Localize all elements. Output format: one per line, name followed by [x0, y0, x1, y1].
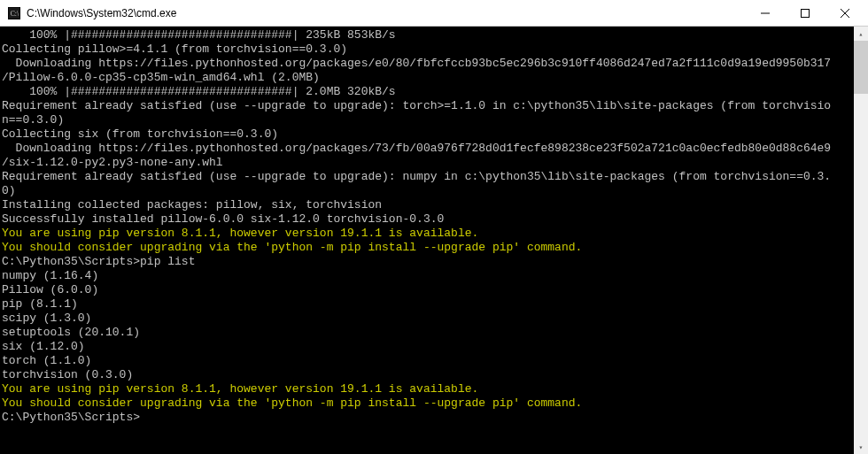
- terminal-line: 100% |################################| …: [2, 85, 854, 99]
- vertical-scrollbar[interactable]: ▴ ▾: [854, 27, 868, 454]
- terminal-line: C:\Python35\Scripts>pip list: [2, 255, 854, 269]
- terminal-line: Collecting pillow>=4.1.1 (from torchvisi…: [2, 42, 854, 57]
- maximize-button[interactable]: [785, 0, 825, 26]
- terminal-line: Requirement already satisfied (use --upg…: [2, 170, 854, 184]
- title-bar: C:\ C:\Windows\System32\cmd.exe: [0, 0, 868, 27]
- window-title: C:\Windows\System32\cmd.exe: [27, 7, 745, 19]
- terminal-line: You are using pip version 8.1.1, however…: [2, 382, 854, 396]
- cmd-icon: C:\: [7, 6, 21, 20]
- scroll-thumb[interactable]: [854, 41, 868, 94]
- svg-rect-4: [801, 9, 809, 17]
- window-controls: [745, 0, 864, 26]
- terminal-line: scipy (1.3.0): [2, 312, 854, 326]
- terminal-line: 100% |################################| …: [2, 28, 854, 42]
- terminal-line: Downloading https://files.pythonhosted.o…: [2, 142, 854, 156]
- svg-text:C:\: C:\: [11, 9, 19, 17]
- terminal-line: Installing collected packages: pillow, s…: [2, 198, 854, 212]
- terminal-line: pip (8.1.1): [2, 297, 854, 312]
- terminal-line: torchvision (0.3.0): [2, 368, 854, 382]
- terminal-line: Pillow (6.0.0): [2, 283, 854, 297]
- minimize-button[interactable]: [745, 0, 785, 26]
- close-button[interactable]: [825, 0, 864, 26]
- terminal-line: Downloading https://files.pythonhosted.o…: [2, 57, 854, 71]
- terminal-line: six (1.12.0): [2, 340, 854, 354]
- terminal-line: torch (1.1.0): [2, 354, 854, 368]
- terminal-line: Collecting six (from torchvision==0.3.0): [2, 127, 854, 142]
- terminal-line: setuptools (20.10.1): [2, 326, 854, 340]
- terminal-line: C:\Python35\Scripts>: [2, 411, 854, 425]
- terminal-line: You are using pip version 8.1.1, however…: [2, 227, 854, 241]
- terminal-line: You should consider upgrading via the 'p…: [2, 241, 854, 255]
- terminal-line: 0): [2, 184, 854, 198]
- terminal-line: Requirement already satisfied (use --upg…: [2, 99, 854, 113]
- terminal-line: /Pillow-6.0.0-cp35-cp35m-win_amd64.whl (…: [2, 71, 854, 85]
- terminal-line: numpy (1.16.4): [2, 269, 854, 283]
- terminal-line: n==0.3.0): [2, 113, 854, 127]
- scroll-down-arrow[interactable]: ▾: [854, 440, 868, 454]
- scroll-up-arrow[interactable]: ▴: [854, 27, 868, 41]
- terminal-line: Successfully installed pillow-6.0.0 six-…: [2, 212, 854, 227]
- terminal-line: /six-1.12.0-py2.py3-none-any.whl: [2, 156, 854, 170]
- terminal-output[interactable]: 100% |################################| …: [0, 27, 854, 454]
- terminal-container: 100% |################################| …: [0, 27, 868, 454]
- terminal-line: You should consider upgrading via the 'p…: [2, 396, 854, 411]
